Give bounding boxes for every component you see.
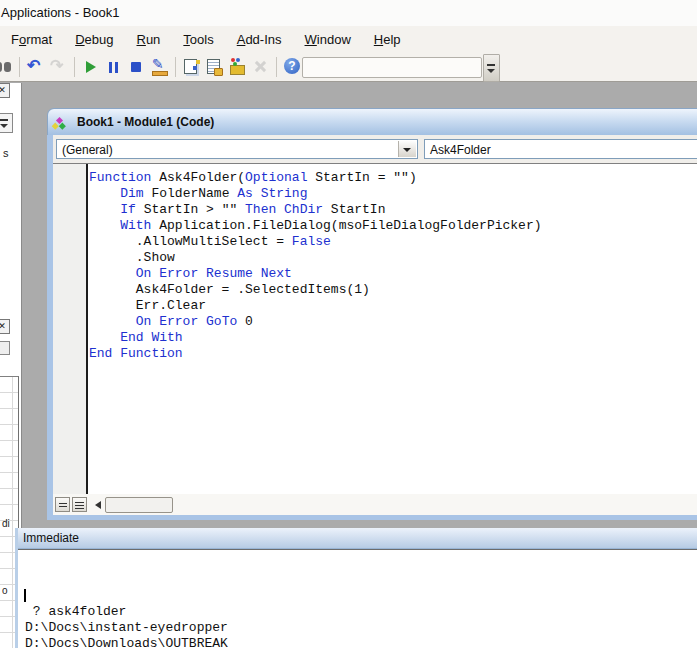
immediate-window: Immediate ? ask4folderD:\Docs\instant-ey…	[15, 528, 697, 648]
app-title-text: Applications - Book1	[1, 5, 120, 20]
immediate-line[interactable]: ? ask4folder	[25, 604, 697, 620]
object-dropdown[interactable]: (General)	[56, 139, 418, 159]
scroll-left-arrow-icon[interactable]	[91, 497, 105, 513]
properties-window-icon[interactable]	[203, 54, 226, 80]
object-dropdown-value: (General)	[62, 143, 113, 157]
toolbar-empty-slot	[302, 57, 482, 78]
code-window-title: Book1 - Module1 (Code)	[77, 115, 214, 129]
mdi-client-area: ✕ s ✕ di o Book1 - Module1 (Code) (Gener…	[0, 83, 697, 648]
redo-icon[interactable]	[47, 54, 70, 80]
app-title-bar[interactable]: Applications - Book1	[0, 0, 697, 26]
code-line[interactable]: If StartIn > "" Then ChDir StartIn	[89, 202, 697, 218]
code-line[interactable]: Err.Clear	[89, 298, 697, 314]
vba-module-icon	[55, 115, 71, 130]
toolbar-separator	[276, 57, 277, 77]
menu-bar: FormatDebugRunToolsAdd-InsWindowHelp	[0, 26, 697, 52]
code-window-body: (General) Ask4Folder Function Ask4Folder…	[47, 135, 697, 520]
full-module-view-button[interactable]	[72, 497, 87, 512]
reset-icon[interactable]	[125, 54, 148, 80]
code-line[interactable]: Ask4Folder = .SelectedItems(1)	[89, 282, 697, 298]
procedure-view-button[interactable]	[55, 497, 70, 512]
toolbar-separator	[175, 57, 176, 77]
code-line[interactable]: On Error Resume Next	[89, 266, 697, 282]
immediate-title-bar[interactable]: Immediate	[18, 528, 697, 549]
clipped-text-fragment: s	[3, 147, 9, 159]
immediate-title: Immediate	[23, 531, 79, 545]
design-mode-icon[interactable]	[148, 54, 171, 80]
text-caret	[24, 589, 26, 602]
chevron-down-icon[interactable]	[398, 141, 416, 157]
code-window-title-bar[interactable]: Book1 - Module1 (Code)	[47, 108, 697, 135]
run-icon[interactable]	[79, 54, 102, 80]
code-line[interactable]: .Show	[89, 250, 697, 266]
code-line[interactable]: End Function	[89, 346, 697, 362]
help-icon[interactable]	[281, 54, 304, 80]
code-line[interactable]: End With	[89, 330, 697, 346]
menu-item-debug[interactable]: Debug	[66, 29, 122, 50]
code-line[interactable]: .AllowMultiSelect = False	[89, 234, 697, 250]
object-browser-icon[interactable]	[226, 54, 249, 80]
horizontal-scrollbar-thumb[interactable]	[105, 497, 173, 513]
button-fragment[interactable]	[0, 341, 10, 355]
toolbar-separator	[74, 57, 75, 77]
immediate-line[interactable]: D:\Docs\instant-eyedropper	[25, 620, 697, 636]
menu-item-format[interactable]: Format	[2, 29, 61, 50]
toolbar-separator	[19, 57, 20, 77]
vba-editor-window: Applications - Book1 FormatDebugRunTools…	[0, 0, 697, 648]
code-window-bottom-bar	[53, 494, 697, 515]
code-editor[interactable]: Function Ask4Folder(Optional StartIn = "…	[88, 164, 697, 494]
procedure-dropdown[interactable]: Ask4Folder	[424, 139, 697, 159]
margin-indicator-bar[interactable]	[53, 164, 88, 494]
procedure-dropdown-value: Ask4Folder	[430, 143, 491, 157]
clipped-text-fragment: di	[2, 518, 10, 529]
code-window: Book1 - Module1 (Code) (General) Ask4Fol…	[47, 108, 697, 520]
menu-item-help[interactable]: Help	[365, 29, 410, 50]
break-icon[interactable]	[102, 54, 125, 80]
toolbar-options-chevron-icon[interactable]	[483, 54, 500, 82]
close-icon[interactable]: ✕	[0, 83, 10, 98]
code-line[interactable]: Function Ask4Folder(Optional StartIn = "…	[89, 170, 697, 186]
code-pane: Function Ask4Folder(Optional StartIn = "…	[53, 163, 697, 494]
toolbox-icon[interactable]	[249, 54, 272, 80]
menu-item-tools[interactable]: Tools	[174, 29, 222, 50]
code-line[interactable]: On Error GoTo 0	[89, 314, 697, 330]
combo-row: (General) Ask4Folder	[53, 135, 697, 163]
menu-item-window[interactable]: Window	[296, 29, 360, 50]
immediate-pane[interactable]: ? ask4folderD:\Docs\instant-eyedropperD:…	[18, 549, 697, 648]
code-line[interactable]: With Application.FileDialog(msoFileDialo…	[89, 218, 697, 234]
menu-item-run[interactable]: Run	[128, 29, 170, 50]
code-line[interactable]: Dim FolderName As String	[89, 186, 697, 202]
clipped-text-fragment: o	[2, 585, 8, 596]
dropdown-fragment[interactable]	[0, 113, 13, 133]
menu-item-addins[interactable]: Add-Ins	[228, 29, 291, 50]
immediate-line[interactable]: D:\Docs\Downloads\OUTBREAK	[25, 636, 697, 648]
close-icon[interactable]: ✕	[0, 319, 10, 334]
toolbar	[0, 52, 697, 82]
project-explorer-icon[interactable]	[180, 54, 203, 80]
find-icon[interactable]	[0, 54, 15, 80]
horizontal-scrollbar-track[interactable]	[173, 497, 697, 513]
undo-icon[interactable]	[24, 54, 47, 80]
